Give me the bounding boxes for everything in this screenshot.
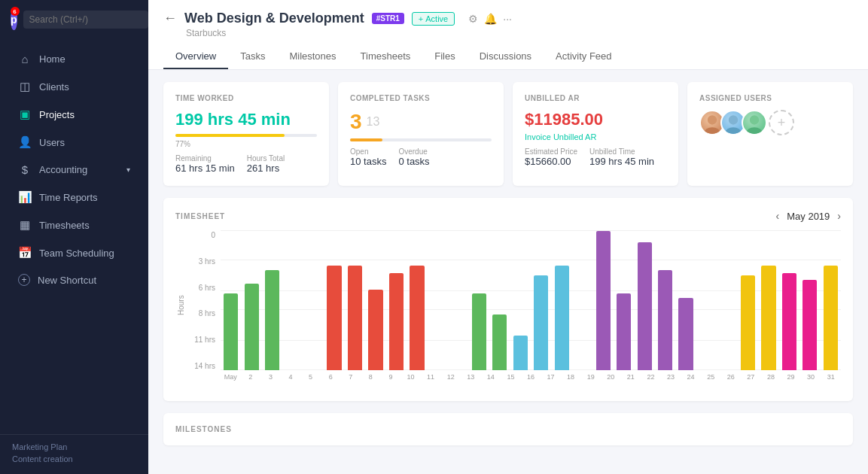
tab-milestones[interactable]: Milestones [277,44,348,69]
chart-bar-group-25 [738,231,758,370]
chart-bar-group-9 [407,231,427,370]
sidebar-item-label: Timesheets [39,220,90,231]
chart-bar-29[interactable] [824,266,838,370]
chart-bar-16[interactable] [555,266,569,370]
x-label-11: 12 [440,370,461,389]
chart-bar-25[interactable] [741,275,755,370]
unbilled-sub-row: Estimated Price $15660.00 Unbilled Time … [525,147,666,167]
x-label-5: 6 [321,370,341,389]
bell-icon[interactable]: 🔔 [484,13,497,25]
x-label-26: 27 [741,370,761,389]
chart-bar-28[interactable] [803,280,817,370]
chart-bar-6[interactable] [348,266,362,370]
open-tasks-item: Open 10 tasks [350,147,386,167]
chart-bar-group-29 [821,231,841,370]
chart-bar-group-14 [510,231,531,370]
chart-bar-group-15 [531,231,551,370]
chart-prev-button[interactable]: ‹ [776,210,780,222]
chart-bar-group-5 [324,231,344,370]
add-user-button[interactable]: + [769,110,794,135]
estimated-price-value: $15660.00 [525,156,577,167]
chart-bar-26[interactable] [761,266,775,370]
chart-bar-group-27 [779,231,799,370]
chart-bar-13[interactable] [492,314,507,370]
x-label-9: 10 [400,370,421,389]
chart-next-button[interactable]: › [837,210,841,222]
content-area: TIME WORKED 199 hrs 45 min 77% Remaining… [148,70,868,474]
y-axis-label: Hours [177,305,185,315]
x-label-24: 25 [701,370,721,389]
sidebar-item-accounting[interactable]: $ Accounting ▾ [6,156,142,183]
sidebar-header: p 6 🔍 [0,0,148,39]
chart-bar-group-12 [469,231,489,370]
tab-timesheets[interactable]: Timesheets [349,44,423,69]
sidebar-item-team-scheduling[interactable]: 📅 Team Scheduling [6,239,142,266]
more-icon[interactable]: ··· [503,13,512,25]
chart-bar-8[interactable] [389,273,404,371]
svg-point-1 [704,127,720,135]
sidebar-item-time-reports[interactable]: 📊 Time Reports [6,184,142,211]
chart-bar-group-23 [696,231,717,370]
chart-bar-group-0 [221,231,241,370]
sidebar-item-label: Clients [39,81,69,93]
chart-bar-12[interactable] [472,293,486,370]
sidebar-item-timesheets[interactable]: ▦ Timesheets [6,211,142,239]
chart-bar-group-22 [675,231,696,370]
sidebar-item-home[interactable]: ⌂ Home [6,46,142,72]
tasks-total-num: 13 [367,115,380,129]
time-progress-pct: 77% [175,140,317,148]
chart-bar-20[interactable] [638,242,652,370]
svg-point-0 [708,115,717,124]
sidebar-item-label: Time Reports [39,192,98,203]
chart-bar-27[interactable] [782,273,796,371]
chart-header: TIMESHEET ‹ May 2019 › [175,210,841,222]
notification-badge: 6 [11,7,20,16]
chart-bar-group-21 [655,231,675,370]
sidebar-item-label: New Shortcut [38,275,96,286]
chart-bar-15[interactable] [534,275,548,370]
users-icon: 👤 [18,135,32,149]
chart-bar-9[interactable] [410,266,424,370]
stat-card-assigned-users: ASSIGNED USERS + [687,82,853,186]
settings-icon[interactable]: ⚙ [468,13,478,25]
chart-bar-2[interactable] [265,270,279,370]
sidebar-item-clients[interactable]: ◫ Clients [6,73,142,100]
tab-tasks[interactable]: Tasks [228,44,277,69]
chart-bar-0[interactable] [224,293,238,370]
str1-badge: #STR1 [372,13,404,24]
footer-item-content-creation[interactable]: Content creation [12,454,136,463]
chart-bar-19[interactable] [617,293,631,370]
chart-section: TIMESHEET ‹ May 2019 › Hours 14 hrs 11 h… [163,198,853,401]
chart-bar-1[interactable] [245,284,259,370]
completed-tasks-label: COMPLETED TASKS [350,94,492,102]
chevron-down-icon: ▾ [126,166,130,174]
team-scheduling-icon: 📅 [18,246,32,260]
chart-bar-14[interactable] [513,336,528,370]
remaining-value: 61 hrs 15 min [175,163,235,174]
tasks-progress-bar-bg [350,138,492,141]
tab-files[interactable]: Files [422,44,467,69]
chart-bar-group-13 [489,231,510,370]
sidebar-item-label: Team Scheduling [39,248,114,259]
chart-title: TIMESHEET [175,212,225,220]
search-input[interactable] [23,11,148,29]
back-button[interactable]: ← [163,11,177,26]
chart-bar-21[interactable] [658,270,672,370]
chart-bar-7[interactable] [368,290,382,370]
assigned-users-label: ASSIGNED USERS [699,94,841,102]
x-label-1: 2 [241,370,261,389]
tab-activity-feed[interactable]: Activity Feed [544,44,623,69]
footer-item-marketing-plan[interactable]: Marketing Plan [12,442,136,451]
tab-discussions[interactable]: Discussions [468,44,544,69]
x-label-18: 19 [580,370,601,389]
sidebar-item-new-shortcut[interactable]: + New Shortcut [6,267,142,293]
chart-bar-18[interactable] [596,231,611,370]
tab-overview[interactable]: Overview [163,44,228,69]
projects-icon: ▣ [18,108,32,121]
client-name: Starbucks [163,28,853,38]
x-label-4: 5 [300,370,321,389]
sidebar-item-users[interactable]: 👤 Users [6,129,142,156]
chart-bar-22[interactable] [678,298,693,370]
sidebar-item-projects[interactable]: ▣ Projects [6,101,142,128]
chart-bar-5[interactable] [327,266,341,370]
